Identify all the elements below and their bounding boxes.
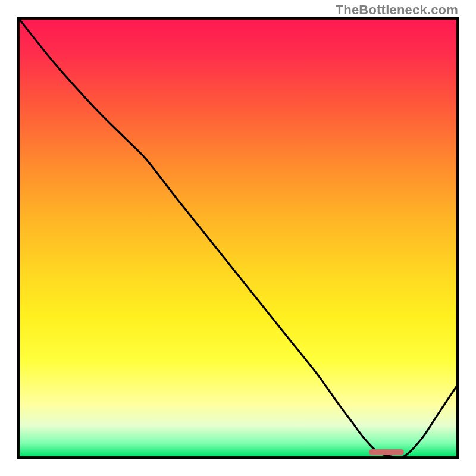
watermark-label: TheBottleneck.com <box>336 2 458 18</box>
optimum-marker <box>369 449 404 455</box>
curve-layer <box>20 20 456 456</box>
bottleneck-curve-path <box>20 20 456 456</box>
plot-area <box>17 17 459 459</box>
bottleneck-chart-figure: TheBottleneck.com <box>0 0 476 476</box>
